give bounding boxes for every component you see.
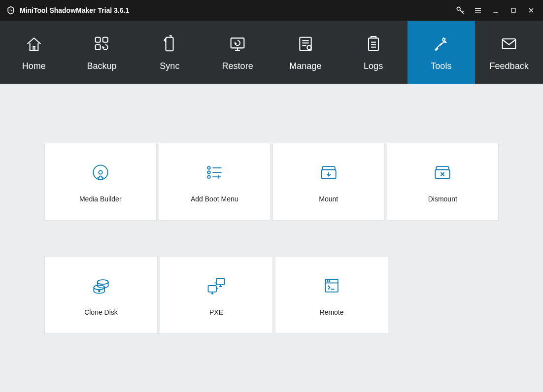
svg-point-54 bbox=[329, 281, 330, 282]
restore-icon bbox=[227, 33, 248, 54]
titlebar: MiniTool ShadowMaker Trial 3.6.1 bbox=[0, 0, 543, 21]
svg-point-25 bbox=[93, 165, 107, 179]
nav-logs[interactable]: Logs bbox=[339, 21, 407, 84]
tool-label: Clone Disk bbox=[84, 308, 118, 316]
svg-point-40 bbox=[98, 280, 108, 284]
tool-clone-disk[interactable]: Clone Disk bbox=[44, 256, 158, 334]
clone-disk-icon bbox=[89, 274, 113, 297]
main-nav: Home Backup Sync Restor bbox=[0, 21, 543, 84]
svg-point-42 bbox=[99, 291, 100, 292]
media-builder-icon bbox=[89, 161, 112, 184]
svg-rect-9 bbox=[102, 37, 107, 42]
tools-row-1: Media Builder Add Boot Menu bbox=[44, 143, 499, 221]
tools-row-2: Clone Disk PXE Remote bbox=[44, 256, 499, 334]
tool-label: PXE bbox=[209, 308, 223, 316]
svg-rect-24 bbox=[503, 39, 516, 49]
nav-label: Feedback bbox=[490, 61, 529, 71]
nav-feedback[interactable]: Feedback bbox=[475, 21, 543, 84]
svg-point-31 bbox=[208, 175, 211, 178]
nav-backup[interactable]: Backup bbox=[68, 21, 136, 84]
svg-rect-43 bbox=[216, 278, 225, 285]
svg-rect-5 bbox=[511, 8, 515, 12]
nav-label: Home bbox=[22, 61, 46, 71]
tool-label: Add Boot Menu bbox=[191, 195, 238, 203]
mount-icon bbox=[317, 161, 340, 184]
tool-dismount[interactable]: Dismount bbox=[387, 143, 499, 221]
feedback-icon bbox=[499, 33, 519, 54]
home-icon bbox=[24, 33, 44, 54]
nav-label: Backup bbox=[87, 61, 117, 71]
minimize-button[interactable] bbox=[487, 0, 505, 21]
svg-point-27 bbox=[208, 166, 211, 169]
nav-sync[interactable]: Sync bbox=[136, 21, 204, 84]
remote-icon bbox=[320, 274, 343, 297]
tool-pxe[interactable]: PXE bbox=[160, 256, 273, 334]
menu-icon[interactable] bbox=[469, 0, 487, 21]
svg-rect-11 bbox=[231, 38, 244, 48]
svg-point-18 bbox=[307, 45, 311, 49]
nav-restore[interactable]: Restore bbox=[204, 21, 272, 84]
dismount-icon bbox=[431, 161, 454, 184]
tool-label: Dismount bbox=[428, 195, 457, 203]
tool-label: Media Builder bbox=[79, 195, 122, 203]
svg-rect-8 bbox=[95, 37, 100, 42]
tool-media-builder[interactable]: Media Builder bbox=[44, 143, 157, 221]
app-logo-icon bbox=[6, 5, 16, 15]
nav-home[interactable]: Home bbox=[0, 21, 68, 84]
svg-point-53 bbox=[327, 281, 328, 282]
close-button[interactable] bbox=[522, 0, 540, 21]
nav-label: Manage bbox=[289, 61, 321, 71]
tool-add-boot-menu[interactable]: Add Boot Menu bbox=[159, 143, 271, 221]
tool-label: Remote bbox=[319, 308, 343, 316]
tool-remote[interactable]: Remote bbox=[275, 256, 388, 334]
tool-label: Mount bbox=[319, 195, 338, 203]
tools-icon bbox=[431, 33, 451, 54]
nav-manage[interactable]: Manage bbox=[272, 21, 339, 84]
svg-point-0 bbox=[457, 7, 460, 10]
nav-label: Tools bbox=[431, 61, 451, 71]
backup-icon bbox=[92, 33, 112, 54]
svg-point-26 bbox=[99, 170, 102, 174]
svg-rect-10 bbox=[95, 44, 100, 49]
app-title: MiniTool ShadowMaker Trial 3.6.1 bbox=[20, 6, 129, 14]
manage-icon bbox=[295, 33, 316, 54]
svg-point-29 bbox=[208, 171, 211, 174]
maximize-button[interactable] bbox=[505, 0, 522, 21]
nav-label: Restore bbox=[222, 61, 253, 71]
tool-mount[interactable]: Mount bbox=[272, 143, 385, 221]
sync-icon bbox=[159, 33, 180, 54]
nav-tools[interactable]: Tools bbox=[407, 21, 475, 84]
logs-icon bbox=[363, 33, 384, 54]
nav-label: Sync bbox=[160, 61, 179, 71]
nav-label: Logs bbox=[364, 61, 383, 71]
svg-rect-46 bbox=[208, 286, 217, 292]
svg-rect-14 bbox=[300, 37, 311, 50]
tools-panel: Media Builder Add Boot Menu bbox=[0, 84, 543, 389]
pxe-icon bbox=[204, 274, 228, 297]
add-boot-menu-icon bbox=[203, 161, 226, 184]
key-icon[interactable] bbox=[451, 0, 469, 21]
